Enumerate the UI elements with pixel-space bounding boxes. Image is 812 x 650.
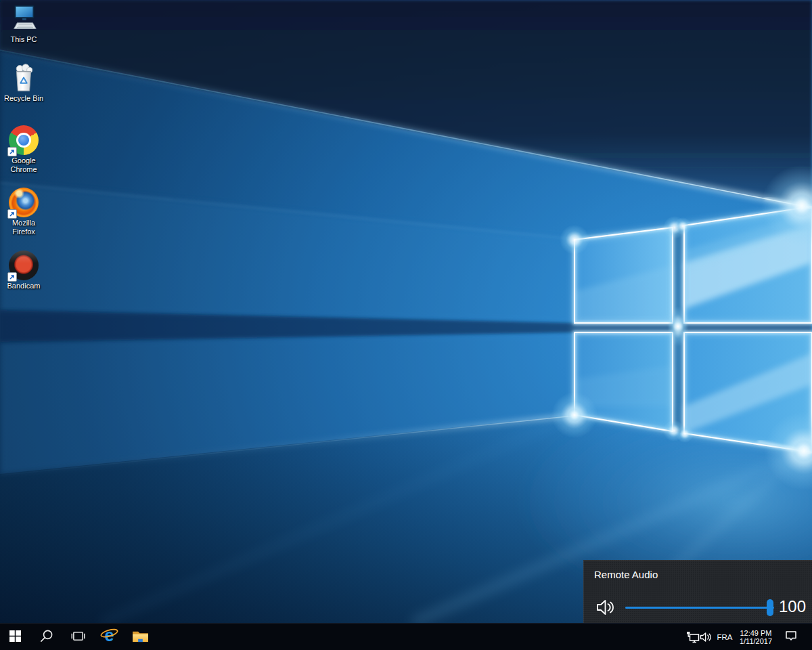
taskbar: e — [0, 623, 812, 650]
desktop-icon-label: This PC — [2, 35, 45, 44]
volume-value: 100 — [771, 597, 806, 616]
google-chrome-icon — [8, 125, 39, 156]
search-icon — [39, 629, 53, 645]
bandicam-icon — [8, 250, 39, 281]
recycle-bin-icon — [8, 62, 39, 93]
taskbar-clock[interactable]: 12:49 PM 1/11/2017 — [735, 624, 777, 650]
task-view-button[interactable] — [62, 624, 93, 650]
action-center-icon — [785, 630, 797, 644]
desktop-icon-this-pc[interactable]: This PC — [2, 3, 45, 44]
windows-desktop: This PC Recycle Bin — [0, 0, 812, 650]
language-indicator[interactable]: FRA — [715, 624, 735, 650]
desktop-icon-bandicam[interactable]: Bandicam — [2, 250, 45, 290]
volume-flyout: Remote Audio 100 — [583, 560, 812, 623]
mozilla-firefox-icon — [8, 187, 39, 218]
action-center-button[interactable] — [780, 624, 803, 650]
desktop-icon-label: Google Chrome — [2, 156, 45, 174]
desktop-icon-label: Mozilla Firefox — [2, 219, 45, 236]
desktop-icon-label: Recycle Bin — [2, 94, 45, 103]
volume-slider-track[interactable] — [625, 607, 774, 609]
desktop-icon-label: Bandicam — [2, 282, 45, 290]
audio-device-name: Remote Audio — [594, 569, 658, 580]
this-pc-icon — [8, 3, 39, 35]
desktop-icon-google-chrome[interactable]: Google Chrome — [2, 125, 45, 174]
shortcut-arrow-icon — [7, 272, 17, 282]
clock-date: 1/11/2017 — [740, 637, 772, 645]
file-explorer-button[interactable] — [125, 624, 156, 650]
shortcut-arrow-icon — [7, 147, 17, 156]
search-button[interactable] — [30, 624, 62, 650]
shortcut-arrow-icon — [7, 209, 17, 219]
volume-tray-icon[interactable] — [698, 624, 715, 650]
task-view-icon — [70, 630, 86, 645]
wallpaper-windows-hero — [0, 0, 812, 623]
speaker-icon[interactable] — [596, 599, 616, 616]
internet-explorer-icon: e — [100, 627, 118, 647]
desktop-icon-recycle-bin[interactable]: Recycle Bin — [2, 62, 45, 103]
file-explorer-folder-icon — [132, 629, 149, 645]
desktop-icon-mozilla-firefox[interactable]: Mozilla Firefox — [2, 187, 45, 236]
windows-logo-icon — [9, 630, 21, 644]
clock-time: 12:49 PM — [740, 629, 771, 637]
start-button[interactable] — [0, 624, 30, 650]
internet-explorer-button[interactable]: e — [93, 624, 125, 650]
